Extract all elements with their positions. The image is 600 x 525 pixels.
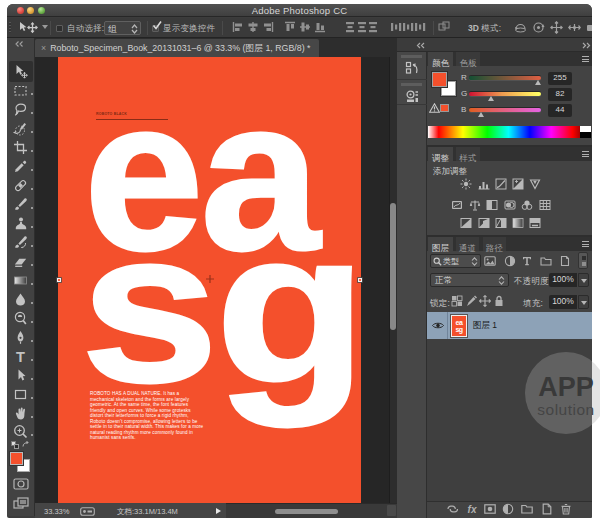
svg-text:fx: fx bbox=[468, 504, 477, 515]
svg-text:T: T bbox=[16, 349, 25, 364]
